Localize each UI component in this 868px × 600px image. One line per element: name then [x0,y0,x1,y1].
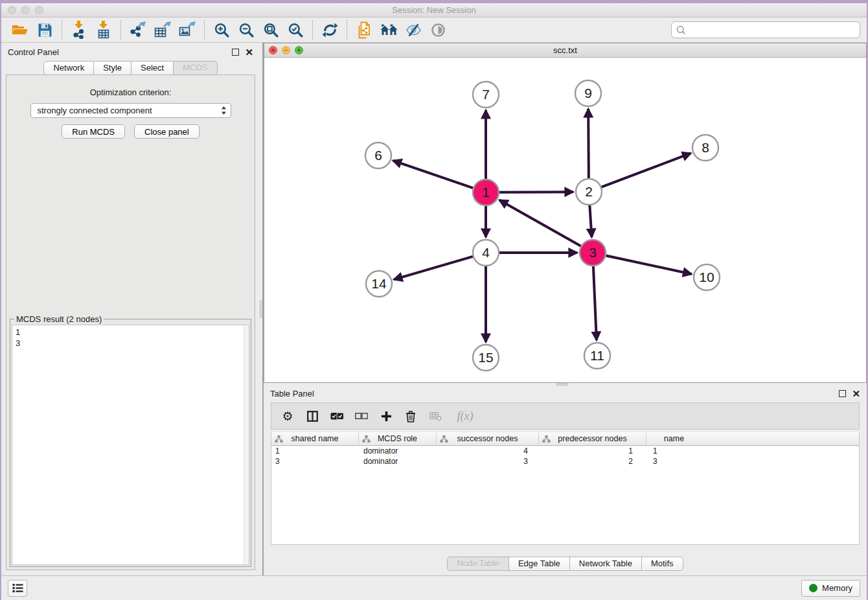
node-label: 2 [585,184,593,199]
graph-node-11[interactable]: 11 [584,343,610,369]
table-options-button[interactable]: ⚙ [280,408,295,424]
column-header-successor-nodes[interactable]: successor nodes [436,432,538,445]
tab-edge-table[interactable]: Edge Table [508,557,570,571]
export-table-button[interactable] [150,19,175,40]
tab-motifs[interactable]: Motifs [641,557,683,571]
float-table-panel-icon[interactable] [839,390,846,397]
graph-edge-3-11[interactable] [593,266,597,340]
graph-node-15[interactable]: 15 [473,345,499,371]
right-column: × − + scc.txt 7968124314101511 Table Pan… [264,43,867,575]
graph-node-1[interactable]: 1 [473,179,499,205]
mcds-panel: Optimization criterion: strongly connect… [6,75,255,570]
close-table-panel-icon[interactable]: ✕ [852,390,860,397]
deselect-all-button[interactable] [354,408,369,424]
mcds-result-title: MCDS result (2 nodes) [14,314,104,324]
window-minimize-button[interactable] [21,6,30,14]
export-network-button[interactable] [126,19,150,40]
import-table-button[interactable] [91,19,116,40]
show-column-panel-button[interactable] [304,408,320,424]
tab-mcds[interactable]: MCDS [173,61,217,75]
graph-edge-4-14[interactable] [394,257,473,279]
tab-network[interactable]: Network [43,61,94,75]
graph-node-8[interactable]: 8 [692,135,718,161]
save-session-button[interactable] [32,19,57,40]
table-panel: Table Panel ✕ ⚙ [264,386,867,575]
close-panel-icon[interactable]: ✕ [245,49,253,56]
network-close-button[interactable]: × [269,46,277,54]
zoom-fit-button[interactable] [258,19,283,40]
graph-edge-2-9[interactable] [588,109,589,178]
graph-node-4[interactable]: 4 [473,240,499,266]
toolbar-separator [62,20,62,40]
add-column-button[interactable] [378,408,394,424]
graph-node-3[interactable]: 3 [580,240,606,266]
network-graph[interactable]: 7968124314101511 [264,58,866,382]
graph-edge-2-8[interactable] [602,153,691,187]
mcds-result-scrollbar[interactable] [244,325,249,564]
table-row[interactable]: 3dominator323 [271,456,859,467]
mcds-result-text[interactable]: 1 3 [12,325,249,565]
column-header-MCDS-role[interactable]: MCDS role [358,432,436,445]
column-header-name[interactable]: name [646,432,702,445]
graph-node-2[interactable]: 2 [576,179,602,205]
export-image-button[interactable] [175,19,200,40]
clone-network-button[interactable] [352,19,376,40]
float-panel-icon[interactable] [232,49,239,56]
zoom-out-button[interactable] [234,19,258,40]
export-network-icon [130,21,146,38]
hide-graphics-details-button[interactable] [401,19,426,40]
window-zoom-button[interactable] [35,6,43,14]
network-minimize-button[interactable]: − [282,46,290,54]
graph-node-9[interactable]: 9 [575,80,601,106]
close-panel-button[interactable]: Close panel [134,124,200,139]
run-mcds-button[interactable]: Run MCDS [62,124,125,139]
toolbar-separator [312,20,313,40]
import-network-button[interactable] [67,19,91,40]
graph-edge-3-1[interactable] [499,200,581,246]
window-close-button[interactable] [8,6,16,14]
search-input[interactable] [686,25,855,35]
tab-network-table[interactable]: Network Table [569,557,642,571]
graph-edge-1-2[interactable] [499,192,573,192]
zoom-selected-button[interactable] [283,19,308,40]
network-view[interactable]: 7968124314101511 [264,58,866,382]
function-builder-button[interactable]: f(x) [452,408,478,424]
delete-column-button[interactable] [403,408,418,424]
export-image-icon [179,21,196,38]
tab-node-table[interactable]: Node Table [447,557,509,571]
open-session-button[interactable] [8,19,32,40]
graph-edge-3-10[interactable] [606,255,692,274]
task-history-button[interactable] [8,580,27,597]
houses-icon [380,23,398,36]
control-panel-tabs: NetworkStyleSelectMCDS [1,61,260,75]
memory-button[interactable]: Memory [801,580,860,597]
search-field[interactable] [671,21,860,38]
horizontal-splitter[interactable] [264,383,867,386]
splitter-handle-horizontal[interactable] [556,383,568,386]
graph-node-7[interactable]: 7 [473,82,499,108]
zoom-in-button[interactable] [209,19,234,40]
show-home-button[interactable] [376,19,401,40]
apply-layout-button[interactable] [317,19,342,40]
status-bar: Memory [1,575,867,600]
graph-node-6[interactable]: 6 [365,143,391,168]
network-maximize-button[interactable]: + [295,46,303,54]
splitter-handle-vertical[interactable] [260,301,263,317]
column-label: successor nodes [457,434,518,443]
optimization-dropdown[interactable]: strongly connected component [30,103,231,118]
tab-style[interactable]: Style [93,61,131,75]
graph-edge-2-3[interactable] [589,205,591,237]
show-graphics-details-button[interactable] [426,19,450,40]
tab-select[interactable]: Select [131,61,174,75]
control-panel-title: Control Panel [8,47,59,57]
graph-edge-1-6[interactable] [393,161,473,188]
column-header-shared-name[interactable]: shared name [271,432,358,445]
delete-table-button[interactable] [428,408,443,424]
select-all-button[interactable] [329,408,345,424]
column-header-predecessor-nodes[interactable]: predecessor nodes [538,432,646,445]
graph-node-14[interactable]: 14 [366,271,392,297]
vertical-splitter[interactable] [260,43,264,575]
table-row[interactable]: 1dominator411 [271,446,859,456]
graph-node-10[interactable]: 10 [694,264,720,290]
search-icon [676,25,686,35]
